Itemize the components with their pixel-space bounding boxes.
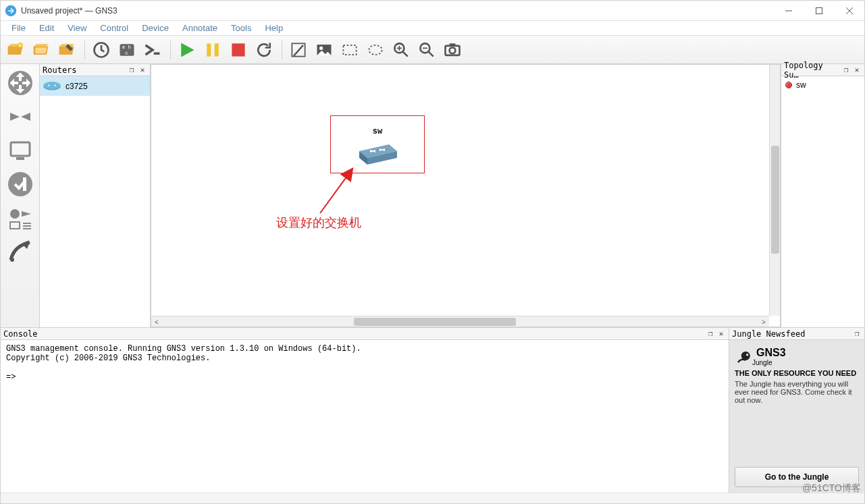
panel-close-icon[interactable]: ✕ [852, 65, 862, 75]
zoom-in-icon[interactable] [389, 38, 413, 62]
jungle-description: The Jungle has everything you will ever … [729, 380, 864, 408]
routers-panel-header[interactable]: Routers ❐ ✕ [40, 64, 150, 76]
svg-point-30 [43, 82, 60, 89]
toolbar-separator [84, 40, 85, 59]
menu-view[interactable]: View [61, 22, 93, 34]
topology-list: sw [781, 76, 864, 327]
workspace-canvas[interactable]: sw 设置好的交换机 < [151, 64, 781, 327]
routers-panel-title: Routers [43, 65, 126, 75]
jungle-panel-header[interactable]: Jungle Newsfeed ❐ [729, 328, 864, 340]
start-icon[interactable] [175, 38, 199, 62]
canvas-wrap: sw 设置好的交换机 < [151, 64, 781, 327]
menu-file[interactable]: File [5, 22, 32, 34]
menu-annotate[interactable]: Annotate [176, 22, 224, 34]
save-project-icon[interactable] [55, 38, 79, 62]
toolbar-separator [282, 40, 282, 59]
svg-rect-25 [23, 177, 26, 191]
switch-icon [357, 140, 400, 167]
menu-edit[interactable]: Edit [32, 22, 61, 34]
toolbar-separator [170, 40, 171, 59]
maximize-button[interactable] [804, 1, 834, 21]
svg-point-19 [450, 47, 456, 53]
console-output[interactable]: GNS3 management console. Running GNS3 ve… [1, 340, 729, 493]
node-label: sw [331, 127, 424, 136]
menubar: File Edit View Control Device Annotate T… [1, 21, 864, 36]
topology-panel-header[interactable]: Topology Su… ❐ ✕ [781, 64, 864, 76]
jungle-panel-title: Jungle Newsfeed [732, 329, 851, 339]
selected-node-sw[interactable]: sw [330, 115, 425, 173]
panel-float-icon[interactable]: ❐ [852, 329, 862, 339]
note-icon[interactable] [286, 38, 311, 62]
minimize-button[interactable] [773, 1, 804, 21]
jungle-panel: Jungle Newsfeed ❐ GNS3 Jungle THE ONLY R… [729, 328, 864, 493]
rect-icon[interactable] [338, 38, 362, 62]
watermark: @51CTO博客 [802, 482, 861, 495]
svg-rect-10 [232, 43, 244, 56]
image-icon[interactable] [312, 38, 336, 62]
screenshot-icon[interactable] [440, 38, 465, 62]
status-dot-stopped-icon [785, 82, 792, 88]
console-panel-header[interactable]: Console ❐ ✕ [1, 328, 729, 340]
topology-item-sw[interactable]: sw [785, 80, 860, 90]
annotation-text: 设置好的交换机 [276, 215, 361, 231]
panel-close-icon[interactable]: ✕ [716, 329, 726, 339]
ellipse-icon[interactable] [363, 38, 388, 62]
svg-rect-23 [16, 157, 24, 160]
panel-float-icon[interactable]: ❐ [127, 65, 136, 75]
svg-text:c: c [125, 51, 128, 55]
topology-panel: Topology Su… ❐ ✕ sw [781, 64, 864, 327]
console-all-icon[interactable] [140, 38, 165, 62]
scroll-right-icon[interactable]: > [758, 316, 769, 327]
security-category-icon[interactable] [4, 168, 36, 200]
svg-rect-14 [343, 45, 356, 55]
pause-icon[interactable] [201, 38, 225, 62]
open-project-icon[interactable] [29, 38, 53, 62]
svg-point-24 [8, 172, 32, 196]
router-item-label: c3725 [65, 82, 88, 91]
console-panel: Console ❐ ✕ GNS3 management console. Run… [1, 328, 729, 493]
jungle-headline: THE ONLY RESOURCE YOU NEED [729, 369, 864, 380]
svg-rect-8 [207, 43, 211, 56]
app-icon [5, 5, 17, 17]
svg-point-28 [10, 258, 14, 262]
switches-category-icon[interactable] [4, 101, 36, 133]
svg-point-2 [18, 43, 23, 47]
svg-rect-20 [450, 43, 456, 46]
routers-list: c3725 [40, 76, 150, 327]
all-devices-category-icon[interactable] [4, 202, 36, 234]
svg-rect-27 [10, 222, 20, 229]
show-names-icon[interactable]: abc [115, 38, 139, 62]
panel-close-icon[interactable]: ✕ [138, 65, 147, 75]
menu-tools[interactable]: Tools [224, 22, 258, 34]
router-icon [43, 80, 61, 92]
panel-float-icon[interactable]: ❐ [841, 65, 851, 75]
scroll-left-icon[interactable]: < [151, 316, 162, 327]
annotation-arrow-icon [151, 65, 780, 327]
svg-text:b: b [128, 45, 131, 49]
router-item-c3725[interactable]: c3725 [40, 76, 150, 96]
svg-point-26 [10, 209, 20, 219]
topology-panel-title: Topology Su… [784, 61, 840, 80]
jungle-sub: Jungle [752, 359, 786, 366]
zoom-out-icon[interactable] [415, 38, 439, 62]
titlebar: Unsaved project* — GNS3 [1, 1, 864, 21]
svg-rect-22 [11, 142, 30, 156]
main-toolbar: abc [1, 36, 864, 64]
reload-icon[interactable] [252, 38, 276, 62]
svg-point-13 [319, 46, 323, 49]
snapshot-icon[interactable] [89, 38, 113, 62]
menu-device[interactable]: Device [135, 22, 176, 34]
canvas-horizontal-scrollbar[interactable]: < > [151, 316, 769, 327]
add-link-icon[interactable] [4, 235, 36, 268]
panel-float-icon[interactable]: ❐ [706, 329, 715, 339]
menu-help[interactable]: Help [258, 22, 290, 34]
routers-category-icon[interactable] [4, 67, 36, 99]
new-project-icon[interactable] [3, 38, 28, 62]
stop-icon[interactable] [226, 38, 251, 62]
window-title: Unsaved project* — GNS3 [21, 6, 773, 16]
svg-text:a: a [122, 45, 125, 49]
menu-control[interactable]: Control [93, 22, 135, 34]
close-button[interactable] [834, 1, 864, 21]
canvas-vertical-scrollbar[interactable] [769, 65, 780, 316]
end-devices-category-icon[interactable] [4, 134, 36, 167]
